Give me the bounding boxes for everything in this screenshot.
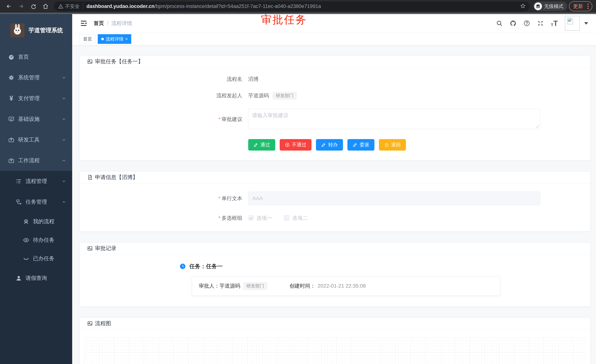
browser-update-button[interactable]: 更新 (569, 1, 592, 11)
browser-reload-button[interactable] (28, 1, 38, 11)
field-label: *审批建议 (87, 116, 248, 123)
chevron-down-icon (61, 138, 66, 142)
tag-process-detail[interactable]: 流程详情 × (98, 34, 131, 44)
sidebar-item-infra[interactable]: 基础设施 (0, 109, 72, 130)
sidebar-item-devtools[interactable]: 研发工具 (0, 130, 72, 150)
delegate-button[interactable]: 委派 (347, 139, 374, 151)
sidebar-item-todo-tasks[interactable]: 待办任务 (0, 231, 72, 249)
update-label: 更新 (573, 3, 583, 10)
list-icon (15, 178, 22, 184)
browser-home-button[interactable] (40, 1, 51, 11)
annotation-title: 审批任务 (261, 13, 307, 27)
browser-back-button[interactable] (4, 1, 14, 11)
tags-view-bar: 首页 流程详情 × (72, 33, 596, 45)
sidebar-item-system[interactable]: 系统管理 (0, 67, 72, 88)
monitor-icon (8, 116, 15, 122)
incognito-badge: 无痕模式 (533, 1, 567, 11)
sidebar-toggle-button[interactable] (80, 20, 87, 27)
app-window: 芋道管理系统 首页 系统管理 ¥ 支付管理 (0, 14, 596, 364)
logo-rabbit-image (10, 23, 24, 37)
single-text-input (248, 192, 540, 205)
field-label: *单行文本 (87, 195, 248, 202)
caret-down-icon[interactable] (584, 22, 588, 25)
github-icon (510, 20, 516, 27)
return-button[interactable]: 退回 (379, 139, 406, 151)
bookmark-star-button[interactable] (520, 3, 526, 9)
approve-button[interactable]: 通过 (248, 139, 275, 151)
create-time-label: 创建时间： (290, 283, 315, 290)
clock-icon (180, 263, 186, 269)
card-header: 审批记录 (80, 243, 590, 255)
checkbox-group: 选项一 选项二 (248, 215, 308, 222)
sidebar-item-process-mgmt[interactable]: 流程管理 (0, 171, 72, 192)
single-text-row: *单行文本 (87, 192, 583, 205)
checkbox-option-2: 选项二 (284, 215, 308, 222)
chevron-down-icon (61, 179, 66, 184)
comment-textarea[interactable] (248, 109, 540, 129)
tag-label: 首页 (83, 36, 92, 42)
forward-icon (18, 3, 24, 9)
font-size-button[interactable]: TT (551, 20, 558, 27)
security-indicator[interactable]: 不安全 (58, 3, 80, 10)
sidebar-item-payment[interactable]: ¥ 支付管理 (0, 88, 72, 109)
dept-tag: 研发部门 (273, 92, 297, 100)
hamburger-fold-icon (80, 20, 87, 27)
logo-area[interactable]: 芋道管理系统 (0, 14, 72, 47)
timeline-node: 任务：任务一 (180, 263, 583, 270)
search-button[interactable] (496, 20, 503, 27)
reject-button[interactable]: 不通过 (280, 139, 312, 151)
card-body (80, 330, 590, 364)
sidebar-item-label: 我的流程 (33, 218, 54, 225)
browser-forward-button[interactable] (16, 1, 26, 11)
page-content: 审批任务【任务一】 流程名 滔博 流程发起人 芋道源码 研发部门 (72, 45, 596, 364)
card-title: 流程图 (95, 320, 111, 327)
field-label: *多选框组 (87, 215, 248, 222)
help-button[interactable] (523, 20, 530, 27)
checkbox-option-1: 选项一 (248, 215, 272, 222)
incognito-icon (534, 2, 542, 10)
required-star: * (218, 196, 220, 201)
approval-task-card: 审批任务【任务一】 流程名 滔博 流程发起人 芋道源码 研发部门 (80, 56, 590, 160)
address-bar[interactable]: 不安全 dashboard.yudao.iocoder.cn/bpm/proce… (54, 1, 530, 11)
sidebar-item-task-mgmt[interactable]: 任务管理 (0, 192, 72, 212)
edit-icon (353, 142, 358, 147)
comment-row: *审批建议 (87, 109, 583, 130)
breadcrumb: 首页 / 流程详情 (94, 20, 132, 27)
active-dot (101, 38, 104, 40)
url-path: /bpm/process-instance/detail?id=54aa251f… (155, 4, 321, 9)
transfer-button[interactable]: 转办 (316, 139, 343, 151)
eye-icon (23, 237, 29, 243)
approval-timeline: 任务：任务一 审批人： 芋道源码 研发部门 创建时间： 2022-01-21 2… (87, 263, 583, 296)
chevron-up-icon (61, 158, 66, 163)
picture-icon (87, 321, 93, 326)
field-label: 流程发起人 (87, 92, 248, 99)
github-button[interactable] (510, 20, 516, 27)
sidebar-item-done-tasks[interactable]: 已办任务 (0, 249, 72, 268)
sidebar-item-label: 基础设施 (18, 116, 40, 123)
chevron-down-icon (61, 117, 66, 122)
sidebar-item-label: 支付管理 (18, 95, 40, 102)
security-label: 不安全 (65, 3, 80, 10)
sidebar-item-leave-query[interactable]: 请假查询 (0, 268, 72, 289)
eye-closed-icon (23, 255, 29, 262)
avatar[interactable] (565, 16, 580, 31)
browser-menu-button[interactable] (586, 4, 590, 9)
tag-home[interactable]: 首页 (80, 34, 96, 44)
close-icon[interactable]: × (125, 37, 128, 41)
tag-label: 流程详情 (106, 36, 123, 42)
tree-icon (15, 199, 22, 205)
dept-tag: 研发部门 (243, 282, 267, 290)
breadcrumb-home[interactable]: 首页 (94, 20, 104, 27)
checkbox-checked-icon (248, 215, 253, 221)
font-size-icon: T (551, 23, 553, 27)
sidebar-item-workflow[interactable]: 工作流程 (0, 150, 72, 171)
process-diagram-card: 流程图 (80, 318, 590, 364)
back-icon (6, 3, 12, 9)
sidebar-item-label: 任务管理 (26, 198, 47, 206)
yen-icon: ¥ (8, 95, 15, 102)
field-label: 流程名 (87, 76, 248, 83)
fullscreen-button[interactable] (537, 20, 544, 27)
sidebar-item-home[interactable]: 首页 (0, 47, 72, 67)
sidebar-item-my-process[interactable]: 我的流程 (0, 212, 72, 231)
bpmn-canvas[interactable] (85, 338, 585, 364)
